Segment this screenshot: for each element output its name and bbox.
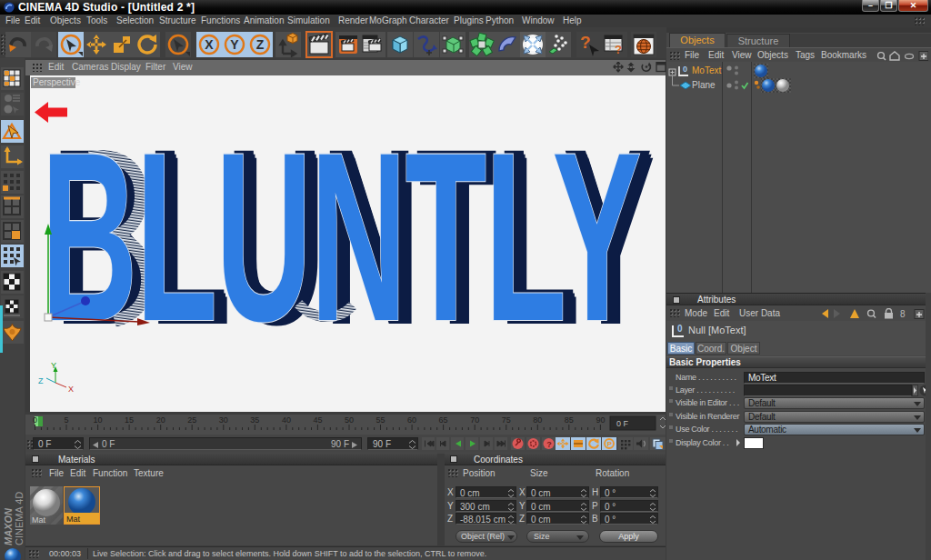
svg-text:?: ? xyxy=(546,440,552,449)
svg-text:65: 65 xyxy=(439,415,448,425)
svg-text:85: 85 xyxy=(565,415,574,425)
svg-text:0: 0 xyxy=(677,324,683,334)
svg-text:8: 8 xyxy=(900,309,906,319)
svg-text:80: 80 xyxy=(533,415,542,425)
svg-text:25: 25 xyxy=(187,415,196,425)
svg-text:Mat: Mat xyxy=(66,515,81,524)
svg-text:60: 60 xyxy=(407,415,416,425)
svg-text:75: 75 xyxy=(502,415,511,425)
svg-text:90: 90 xyxy=(596,415,605,425)
svg-text:P: P xyxy=(607,440,613,448)
svg-text:Z: Z xyxy=(256,37,265,52)
svg-text:?: ? xyxy=(580,33,591,52)
svg-text:50: 50 xyxy=(345,415,354,425)
svg-text:15: 15 xyxy=(125,415,134,425)
svg-text:0: 0 xyxy=(33,415,37,425)
svg-text:X: X xyxy=(68,385,74,394)
svg-text:5: 5 xyxy=(64,415,68,425)
svg-text:30: 30 xyxy=(219,415,228,425)
svg-text:45: 45 xyxy=(313,415,322,425)
svg-text:X: X xyxy=(205,37,214,52)
svg-text:Y: Y xyxy=(51,361,56,370)
svg-text:35: 35 xyxy=(250,415,259,425)
svg-text:40: 40 xyxy=(282,415,291,425)
svg-text:10: 10 xyxy=(94,415,103,425)
svg-text:55: 55 xyxy=(375,415,385,425)
svg-text:Mat: Mat xyxy=(32,515,46,525)
svg-text:20: 20 xyxy=(156,415,165,425)
svg-text:0: 0 xyxy=(683,65,687,74)
svg-text:70: 70 xyxy=(470,415,479,425)
svg-text:BLUNTLY: BLUNTLY xyxy=(41,102,641,371)
svg-text:?: ? xyxy=(615,43,622,56)
svg-text:Z: Z xyxy=(38,376,44,385)
svg-text:Y: Y xyxy=(230,37,239,52)
svg-text:0 F: 0 F xyxy=(616,419,629,428)
